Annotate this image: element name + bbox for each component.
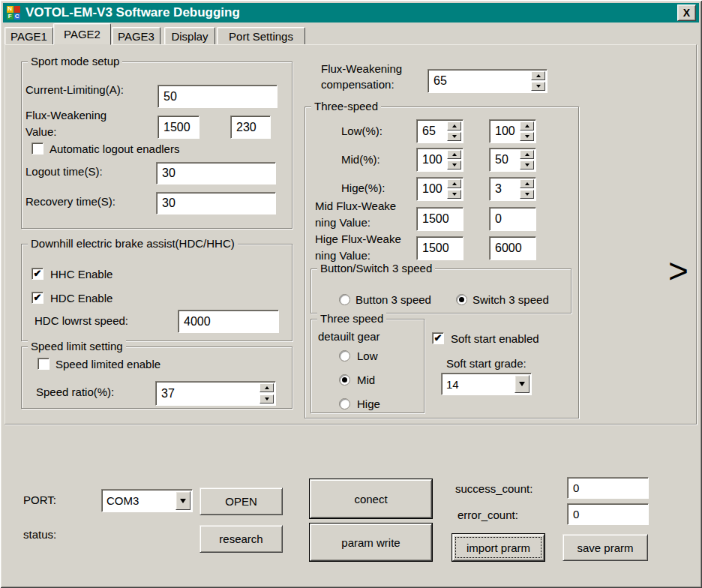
speed-ratio-label: Speed ratio(%): [36, 386, 114, 398]
error-count-value: 0 [573, 508, 579, 520]
success-count-label: success_count: [455, 482, 532, 495]
spin-up-icon[interactable] [447, 179, 461, 188]
logout-time-input[interactable]: 30 [156, 162, 276, 184]
speed-ratio-input[interactable]: 37 [155, 381, 276, 406]
hige-percent-input-1[interactable]: 100 [416, 177, 464, 201]
import-prarm-button[interactable]: import prarm [452, 534, 544, 561]
param-write-button[interactable]: param write [310, 524, 432, 561]
success-count-input[interactable]: 0 [567, 477, 649, 499]
chevron-down-icon[interactable] [176, 491, 190, 510]
radio-button-3-speed-label: Button 3 speed [356, 293, 431, 306]
mid-flux-value-1: 1500 [422, 212, 449, 226]
spin-up-icon[interactable] [447, 150, 461, 159]
flux-weakening-value1-input[interactable]: 1500 [158, 116, 200, 139]
tab-display[interactable]: Display [164, 27, 215, 45]
close-button[interactable]: X [677, 4, 696, 21]
spin-up-icon[interactable] [520, 179, 534, 188]
group-title-speed-limit: Speed limit setting [28, 340, 126, 352]
spin-down-icon[interactable] [447, 190, 461, 199]
app-icon-tile-n: N [7, 6, 14, 13]
next-page-arrow[interactable]: > [668, 254, 688, 288]
flux-comp-label-line1: Flux-Weakening [321, 62, 402, 75]
low-percent-value-2: 100 [495, 124, 515, 138]
spin-up-icon[interactable] [520, 122, 534, 130]
soft-start-grade-select[interactable]: 14 [441, 373, 532, 395]
hige-percent-value-1: 100 [422, 182, 442, 196]
hdc-lowrst-speed-input[interactable]: 4000 [178, 310, 279, 333]
low-percent-label: Low(%): [341, 124, 382, 137]
port-select[interactable]: COM3 [101, 489, 193, 512]
hdc-enable-checkbox[interactable]: ✔ [32, 292, 44, 304]
port-label: PORT: [23, 494, 56, 506]
speed-ratio-value: 37 [161, 387, 175, 400]
app-icon-tile-f: F [7, 14, 14, 20]
spin-down-icon[interactable] [447, 160, 461, 170]
hdc-lowrst-speed-value: 4000 [184, 315, 211, 328]
title-bar: N F C VOTOL-EM-V3 Software Debugging [3, 3, 699, 22]
status-label: status: [23, 528, 56, 541]
tab-page3[interactable]: PAGE3 [112, 27, 160, 45]
flux-comp-label-line2: compensation: [321, 78, 394, 91]
hhc-enable-checkbox[interactable]: ✔ [32, 268, 44, 280]
spin-down-icon[interactable] [260, 394, 274, 404]
mid-flux-input-2[interactable]: 0 [489, 207, 536, 231]
mid-percent-label: Mid(%): [341, 153, 380, 166]
radio-gear-hige[interactable] [339, 398, 350, 410]
research-button[interactable]: research [200, 525, 283, 553]
hige-percent-value-2: 3 [495, 182, 502, 196]
app-icon: N F C [7, 6, 20, 20]
success-count-value: 0 [573, 482, 579, 494]
flux-comp-input[interactable]: 65 [428, 69, 548, 93]
tab-page2[interactable]: PAGE2 [53, 23, 111, 45]
spin-down-icon[interactable] [520, 160, 534, 170]
soft-start-checkbox[interactable]: ✔ [432, 332, 444, 344]
mid-flux-input-1[interactable]: 1500 [416, 207, 464, 231]
radio-gear-mid[interactable] [339, 374, 350, 386]
flux-weakening-value2: 230 [236, 121, 256, 134]
app-icon-tile-r [14, 6, 21, 13]
group-title-default-gear-line2: detauilt gear [318, 330, 380, 343]
group-title-default-gear-line1: Three speed [317, 312, 386, 325]
port-value: COM3 [106, 494, 139, 507]
spin-down-icon[interactable] [531, 82, 545, 91]
mid-flux-label-line1: Mid Flux-Weake [315, 200, 396, 212]
app-window: N F C VOTOL-EM-V3 Software Debugging X P… [0, 0, 702, 588]
hige-percent-label: Hige(%): [341, 182, 385, 194]
mid-percent-input-2[interactable]: 50 [489, 148, 536, 172]
spin-up-icon[interactable] [520, 150, 534, 159]
automatic-logout-checkbox[interactable] [32, 142, 44, 154]
hige-percent-input-2[interactable]: 3 [489, 177, 536, 201]
flux-weakening-label-line1: Flux-Weakening [26, 109, 106, 122]
chevron-down-icon[interactable] [514, 375, 530, 393]
error-count-input[interactable]: 0 [567, 503, 649, 525]
open-button[interactable]: OPEN [200, 488, 283, 515]
low-percent-input-2[interactable]: 100 [489, 119, 536, 143]
recovery-time-input[interactable]: 30 [156, 192, 276, 214]
tab-page1[interactable]: PAGE1 [4, 27, 53, 45]
spin-up-icon[interactable] [531, 71, 545, 80]
flux-weakening-value2-input[interactable]: 230 [230, 116, 271, 139]
logout-time-value: 30 [162, 166, 176, 180]
flux-comp-spinner [531, 71, 545, 91]
spin-down-icon[interactable] [520, 132, 534, 141]
spin-up-icon[interactable] [260, 383, 274, 392]
current-limiting-input[interactable]: 50 [158, 85, 278, 108]
spin-down-icon[interactable] [520, 190, 534, 199]
radio-button-3-speed[interactable] [339, 294, 350, 305]
hige-flux-input-1[interactable]: 1500 [416, 236, 464, 260]
low-percent-input-1[interactable]: 65 [416, 119, 464, 143]
soft-start-grade-value: 14 [446, 378, 459, 391]
hhc-enable-label: HHC Enable [50, 268, 112, 280]
soft-start-label: Soft start enabled [451, 332, 539, 345]
spin-down-icon[interactable] [447, 132, 461, 141]
app-icon-tile-c: C [14, 14, 21, 20]
conect-button[interactable]: conect [310, 479, 432, 518]
mid-percent-input-1[interactable]: 100 [416, 148, 464, 172]
hige-flux-input-2[interactable]: 6000 [489, 236, 536, 260]
radio-gear-low[interactable] [339, 350, 350, 362]
radio-switch-3-speed[interactable] [456, 294, 467, 305]
speed-limited-enable-checkbox[interactable] [38, 358, 50, 370]
save-prarm-button[interactable]: save prarm [562, 534, 648, 561]
spin-up-icon[interactable] [447, 122, 461, 130]
tab-port-settings[interactable]: Port Settings [217, 27, 305, 45]
